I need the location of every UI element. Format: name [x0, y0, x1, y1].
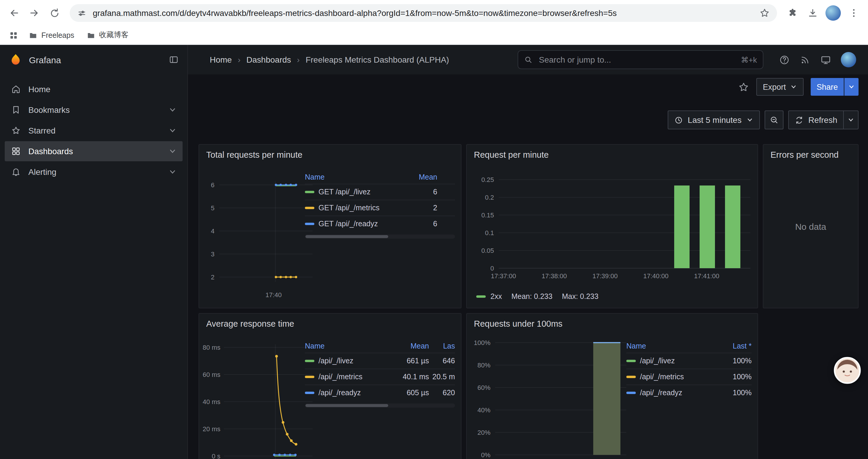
legend-row[interactable]: /api/_/metrics 40.1 ms 20.5 m	[305, 369, 455, 385]
refresh-interval-button[interactable]	[843, 110, 859, 129]
reload-button[interactable]	[45, 4, 64, 23]
time-range-picker[interactable]: Last 5 minutes	[668, 110, 760, 129]
chevron-down-icon[interactable]	[168, 106, 177, 114]
series-name: /api/_/livez	[318, 357, 353, 365]
share-button[interactable]: Share	[811, 78, 844, 96]
legend-row[interactable]: /api/_/livez 661 µs 646	[305, 353, 455, 369]
sidebar-item-starred[interactable]: Starred	[5, 121, 183, 140]
bookmark-star-icon[interactable]	[759, 8, 770, 18]
favorite-star-icon[interactable]	[738, 81, 749, 93]
share-label: Share	[816, 83, 838, 91]
series-name: GET /api/_/livez	[318, 188, 370, 196]
legend-scrollbar-thumb[interactable]	[306, 404, 388, 407]
sidebar-item-home[interactable]: Home	[5, 79, 183, 99]
panel-title[interactable]: Request per minute	[467, 145, 757, 160]
legend-header-name[interactable]: Name	[626, 342, 718, 350]
folder-icon	[28, 30, 38, 40]
legend-header-mean[interactable]: Mean	[395, 342, 429, 350]
chevron-down-icon[interactable]	[168, 147, 177, 155]
export-button[interactable]: Export	[756, 78, 804, 96]
back-icon	[8, 7, 20, 19]
sidebar-dock-button[interactable]	[168, 54, 179, 65]
series-swatch	[626, 376, 636, 378]
panel-title[interactable]: Total requests per minute	[199, 145, 461, 160]
series-mean: 6	[404, 188, 437, 196]
legend-header-last[interactable]: Las	[429, 342, 455, 350]
search-bar[interactable]: ⌘+k	[518, 50, 764, 69]
grafana-logo[interactable]	[8, 52, 23, 67]
legend-row[interactable]: GET /api/_/readyz 6	[305, 216, 455, 232]
sidebar-item-bookmarks[interactable]: Bookmarks	[5, 100, 183, 120]
site-settings-icon[interactable]	[77, 8, 87, 18]
back-button[interactable]	[5, 4, 24, 23]
series-name: /api/_/readyz	[640, 389, 682, 397]
chevron-down-icon	[848, 83, 855, 90]
legend-row[interactable]: /api/_/readyz 100%	[626, 385, 752, 400]
breadcrumb-dashboards[interactable]: Dashboards	[246, 55, 291, 64]
legend-header-mean[interactable]: Mean	[404, 173, 437, 182]
extensions-button[interactable]	[783, 4, 802, 23]
forward-button[interactable]	[25, 4, 44, 23]
legend-table: Name Mean GET /api/_/livez 6 GET /api/_/…	[305, 171, 455, 239]
browser-profile-avatar[interactable]	[826, 5, 841, 21]
chevron-down-icon[interactable]	[168, 168, 177, 176]
user-avatar[interactable]	[841, 52, 856, 67]
sidebar-item-dashboards[interactable]: Dashboards	[5, 141, 183, 161]
dashboard-grid: Total requests per minute 6 5 4 3	[188, 140, 868, 459]
bookmark-folder-blogs[interactable]: 收藏博客	[81, 28, 133, 42]
news-rss-icon[interactable]	[800, 54, 811, 65]
refresh-button[interactable]: Refresh	[788, 110, 844, 129]
legend-row[interactable]: /api/_/livez 100%	[626, 353, 752, 369]
breadcrumb-home[interactable]: Home	[210, 55, 232, 64]
legend-header-last[interactable]: Last *	[718, 342, 752, 350]
svg-text:0: 0	[490, 265, 494, 272]
chevron-down-icon[interactable]	[168, 126, 177, 135]
zoom-out-icon	[769, 115, 779, 125]
apps-grid-button[interactable]	[6, 28, 21, 43]
grafana-app: Grafana Home Bookmarks Starred	[0, 45, 868, 459]
zoom-out-time-button[interactable]	[765, 110, 783, 129]
refresh-icon	[795, 116, 804, 124]
legend-header: Name Mean	[305, 171, 455, 184]
search-input[interactable]	[538, 54, 736, 65]
browser-menu-button[interactable]	[844, 4, 863, 23]
bar-2xx[interactable]	[700, 186, 715, 268]
svg-text:20 ms: 20 ms	[203, 425, 220, 433]
series-swatch	[305, 376, 314, 378]
legend-scrollbar-thumb[interactable]	[306, 235, 388, 238]
series-last: 620	[429, 389, 455, 397]
panel-title[interactable]: Errors per second	[764, 145, 858, 160]
panel-avg-response-time: Average response time 80 ms 60 ms 40 ms …	[198, 313, 462, 459]
bar-under-100ms[interactable]	[593, 342, 620, 455]
bar-2xx[interactable]	[725, 186, 740, 268]
bar-2xx[interactable]	[674, 186, 689, 268]
legend-row[interactable]: GET /api/_/livez 6	[305, 184, 455, 200]
legend-row[interactable]: /api/_/metrics 100%	[626, 369, 752, 385]
breadcrumb-current: Freeleaps Metrics Dashboard (ALPHA)	[306, 55, 449, 64]
no-data-message: No data	[764, 221, 858, 231]
help-icon[interactable]	[779, 54, 790, 65]
svg-text:2: 2	[211, 273, 215, 281]
url-input[interactable]	[92, 8, 754, 18]
dock-menu-icon	[168, 54, 179, 65]
clock-icon	[674, 116, 683, 124]
chevron-down-icon	[790, 83, 797, 90]
kebab-menu-icon	[848, 8, 859, 18]
legend-row[interactable]: /api/_/readyz 605 µs 620	[305, 385, 455, 400]
downloads-button[interactable]	[803, 4, 822, 23]
sidebar-item-alerting[interactable]: Alerting	[5, 162, 183, 182]
series-swatch	[476, 295, 486, 298]
legend-header-name[interactable]: Name	[305, 342, 395, 350]
url-bar[interactable]	[70, 4, 777, 22]
share-menu-button[interactable]	[844, 78, 859, 96]
bookmark-folder-freeleaps[interactable]: Freeleaps	[24, 29, 79, 42]
panel-title[interactable]: Average response time	[199, 314, 461, 328]
legend-header-name[interactable]: Name	[305, 173, 404, 182]
legend-series-2xx[interactable]: 2xx	[476, 292, 502, 301]
reload-icon	[49, 7, 60, 19]
legend-row[interactable]: GET /api/_/metrics 2	[305, 200, 455, 216]
panel-title[interactable]: Requests under 100ms	[467, 314, 757, 328]
display-monitor-icon[interactable]	[820, 54, 831, 65]
bookmark-icon	[11, 104, 21, 115]
assistant-avatar[interactable]	[834, 357, 861, 384]
